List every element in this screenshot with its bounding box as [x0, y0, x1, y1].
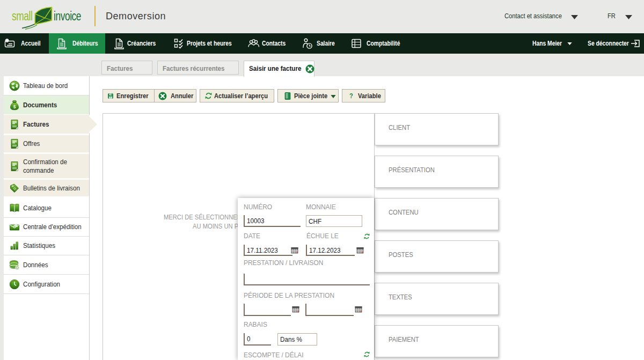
svg-text:$: $	[13, 104, 16, 109]
